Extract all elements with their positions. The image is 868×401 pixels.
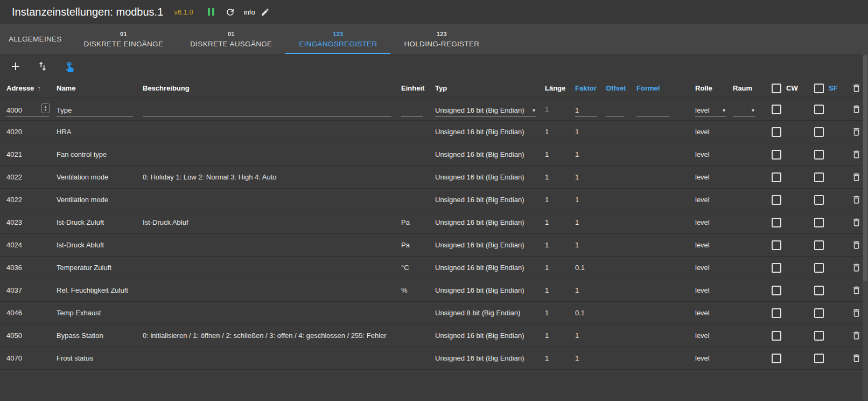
delete-row-icon[interactable] — [851, 217, 862, 228]
sf-checkbox[interactable] — [814, 286, 824, 295]
delete-row-icon[interactable] — [851, 195, 862, 205]
cell-unit: Pa — [401, 241, 435, 249]
cell-sf — [814, 354, 851, 363]
number-stepper[interactable]: ▲▼ — [41, 103, 50, 113]
delete-row-icon[interactable] — [851, 285, 862, 296]
tab-allgemeines[interactable]: ALLGEMEINES — [0, 24, 71, 54]
cw-checkbox[interactable] — [772, 354, 781, 363]
cell-sf — [814, 195, 851, 205]
delete-row-icon[interactable] — [851, 127, 862, 137]
col-header-factor[interactable]: Faktor — [575, 84, 606, 92]
cw-checkbox[interactable] — [772, 331, 781, 341]
tab-eingangsregister[interactable]: 123 EINGANGSREGISTER — [285, 24, 390, 54]
sf-checkbox[interactable] — [814, 218, 824, 227]
type-select[interactable]: Unsigned 16 bit (Big Endian) ▼ — [435, 102, 536, 116]
factor-input[interactable]: 1 — [575, 102, 597, 116]
vertical-scrollbar[interactable] — [863, 54, 868, 401]
cell-role: level — [695, 128, 733, 136]
sf-checkbox[interactable] — [814, 127, 824, 137]
cell-role: level — [695, 286, 733, 294]
cw-checkbox[interactable] — [772, 195, 781, 205]
col-header-formula[interactable]: Formel — [636, 84, 695, 92]
name-input[interactable]: Type — [57, 102, 133, 116]
cw-checkbox[interactable] — [772, 263, 781, 273]
unit-input[interactable] — [401, 102, 423, 116]
sf-checkbox[interactable] — [814, 195, 824, 205]
cell-description — [143, 102, 401, 116]
cell-factor: 0.1 — [575, 309, 606, 317]
sf-checkbox[interactable] — [814, 354, 824, 363]
cw-checkbox[interactable] — [772, 172, 781, 182]
cell-name: Temp Exhaust — [57, 309, 143, 317]
col-header-length[interactable]: Länge — [545, 84, 575, 92]
cw-checkbox[interactable] — [772, 150, 781, 160]
col-header-unit[interactable]: Einheit — [401, 84, 435, 92]
factor-value: 1 — [575, 106, 579, 114]
cell-address: 4000 ▲▼ — [6, 102, 57, 116]
delete-all-icon[interactable] — [851, 83, 862, 94]
formula-input[interactable] — [636, 102, 670, 116]
tab-diskrete-eingaenge[interactable]: 01 DISKRETE EINGÄNGE — [71, 24, 177, 54]
cw-checkbox[interactable] — [772, 127, 781, 137]
col-header-type[interactable]: Typ — [435, 84, 545, 92]
refresh-icon[interactable] — [225, 6, 236, 18]
sf-checkbox[interactable] — [814, 263, 824, 273]
info-link[interactable]: info — [244, 8, 255, 16]
delete-row-icon[interactable] — [851, 353, 862, 364]
pause-icon[interactable] — [205, 6, 217, 18]
edit-pencil-icon[interactable] — [260, 6, 271, 18]
description-input[interactable] — [143, 102, 391, 116]
cw-checkbox[interactable] — [772, 308, 781, 318]
cell-factor: 1 — [575, 218, 606, 226]
cell-name: HRA — [57, 128, 143, 136]
address-input[interactable]: 4000 ▲▼ — [6, 102, 50, 116]
add-register-icon[interactable] — [9, 59, 23, 73]
sf-checkbox[interactable] — [814, 331, 824, 341]
sf-checkbox[interactable] — [814, 308, 824, 318]
cw-select-all-checkbox[interactable] — [772, 84, 781, 93]
cell-cw — [772, 354, 814, 363]
cell-type: Unsigned 16 bit (Big Endian) — [435, 196, 545, 204]
cw-checkbox[interactable] — [772, 240, 781, 250]
sf-checkbox[interactable] — [814, 240, 824, 250]
tab-holding-register[interactable]: 123 HOLDING-REGISTER — [390, 24, 493, 54]
cell-unit: °C — [401, 264, 435, 272]
sort-import-export-icon[interactable] — [36, 59, 50, 73]
col-header-address[interactable]: Adresse↑ — [6, 84, 57, 92]
cw-checkbox[interactable] — [772, 105, 781, 114]
table-row: 4046 Temp Exhaust Unsigned 8 bit (Big En… — [0, 302, 868, 324]
cell-cw — [772, 127, 814, 137]
offset-input[interactable] — [606, 102, 624, 116]
col-header-role[interactable]: Rolle — [695, 84, 733, 92]
col-header-description[interactable]: Beschreibung — [143, 84, 401, 92]
table-row: 4036 Temperatur Zuluft °C Unsigned 16 bi… — [0, 257, 868, 279]
touch-hand-icon[interactable] — [62, 59, 76, 73]
col-header-name[interactable]: Name — [57, 84, 143, 92]
role-select[interactable]: level ▼ — [695, 102, 726, 116]
table-toolbar — [0, 54, 868, 79]
delete-row-icon[interactable] — [851, 172, 862, 183]
room-select[interactable]: ▼ — [733, 102, 755, 116]
sf-checkbox[interactable] — [814, 105, 824, 114]
version-label: v6.1.0 — [174, 8, 193, 16]
cell-factor: 1 — [575, 331, 606, 340]
scrollbar-thumb[interactable] — [863, 55, 867, 281]
sf-select-all-checkbox[interactable] — [814, 84, 824, 93]
sf-checkbox[interactable] — [814, 150, 824, 160]
col-header-room[interactable]: Raum — [733, 84, 772, 92]
cw-checkbox[interactable] — [772, 286, 781, 295]
cell-factor: 0.1 — [575, 264, 606, 272]
delete-row-icon[interactable] — [851, 149, 862, 160]
cw-checkbox[interactable] — [772, 218, 781, 227]
delete-row-icon[interactable] — [851, 262, 862, 273]
delete-row-icon[interactable] — [851, 240, 862, 251]
table-body: 4020 HRA Unsigned 16 bit (Big Endian) 1 … — [0, 121, 868, 370]
delete-row-icon[interactable] — [851, 308, 862, 319]
cell-length: 1 — [545, 264, 575, 272]
delete-row-icon[interactable] — [851, 330, 862, 341]
tab-diskrete-ausgaenge[interactable]: 01 DISKRETE AUSGÄNGE — [177, 24, 285, 54]
delete-row-icon[interactable] — [851, 104, 862, 115]
cell-address: 4046 — [6, 309, 57, 317]
col-header-offset[interactable]: Offset — [606, 84, 636, 92]
sf-checkbox[interactable] — [814, 172, 824, 182]
